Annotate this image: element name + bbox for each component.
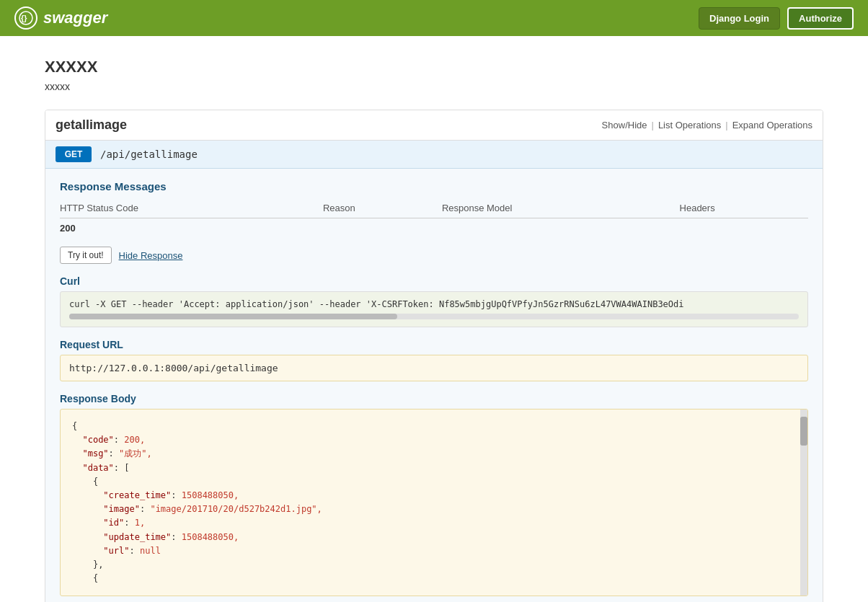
- api-title: XXXXX: [45, 58, 823, 76]
- api-section-links: Show/Hide | List Operations | Expand Ope…: [602, 120, 812, 130]
- list-operations-link[interactable]: List Operations: [658, 120, 721, 130]
- request-url-title: Request URL: [60, 339, 808, 350]
- col-headers: Headers: [680, 200, 808, 218]
- curl-command: curl -X GET --header 'Accept: applicatio…: [69, 299, 799, 309]
- reason-cell: [323, 218, 442, 237]
- response-body-block: { "code": 200, "msg": "成功", "data": [ { …: [60, 409, 808, 596]
- response-body-scrollbar[interactable]: [800, 410, 807, 596]
- response-table: HTTP Status Code Reason Response Model H…: [60, 200, 808, 236]
- show-hide-link[interactable]: Show/Hide: [602, 120, 647, 130]
- request-url-value: http://127.0.0.1:8000/api/getallimage: [60, 355, 808, 381]
- hide-response-button[interactable]: Hide Response: [119, 247, 183, 264]
- swagger-logo-text: swagger: [43, 9, 107, 27]
- django-login-button[interactable]: Django Login: [699, 7, 780, 30]
- response-messages-section: Response Messages HTTP Status Code Reaso…: [60, 180, 808, 264]
- logo: {} swagger: [14, 6, 107, 30]
- action-buttons: Try it out! Hide Response: [60, 247, 808, 264]
- header-buttons: Django Login Authorize: [699, 7, 854, 30]
- response-body-title: Response Body: [60, 393, 808, 404]
- curl-code-block: curl -X GET --header 'Accept: applicatio…: [60, 291, 808, 327]
- expand-operations-link[interactable]: Expand Operations: [732, 120, 812, 130]
- expanded-content: Response Messages HTTP Status Code Reaso…: [45, 169, 823, 602]
- request-url-section: Request URL http://127.0.0.1:8000/api/ge…: [60, 339, 808, 381]
- method-badge: GET: [56, 146, 92, 162]
- swagger-icon: {}: [14, 6, 37, 30]
- api-section-title: getallimage: [56, 118, 127, 133]
- svg-text:{}: {}: [21, 14, 27, 22]
- api-subtitle: xxxxx: [45, 81, 823, 92]
- endpoint-row[interactable]: GET /api/getallimage: [45, 141, 823, 169]
- response-model-cell: [442, 218, 680, 237]
- authorize-button[interactable]: Authorize: [787, 7, 854, 30]
- col-response-model: Response Model: [442, 200, 680, 218]
- try-it-out-button[interactable]: Try it out!: [60, 247, 112, 264]
- api-section: getallimage Show/Hide | List Operations …: [45, 110, 823, 602]
- divider-1: |: [651, 120, 653, 130]
- endpoint-path: /api/getallimage: [100, 149, 198, 160]
- curl-scrollbar-thumb: [69, 314, 397, 319]
- curl-scrollbar[interactable]: [69, 314, 799, 319]
- status-200: 200: [60, 218, 323, 237]
- table-row: 200: [60, 218, 808, 237]
- response-body-section: Response Body { "code": 200, "msg": "成功"…: [60, 393, 808, 596]
- curl-section: Curl curl -X GET --header 'Accept: appli…: [60, 275, 808, 327]
- col-status-code: HTTP Status Code: [60, 200, 323, 218]
- divider-2: |: [725, 120, 727, 130]
- response-messages-title: Response Messages: [60, 180, 808, 192]
- header: {} swagger Django Login Authorize: [0, 0, 868, 36]
- api-section-header: getallimage Show/Hide | List Operations …: [45, 110, 823, 141]
- col-reason: Reason: [323, 200, 442, 218]
- main-content: XXXXX xxxxx getallimage Show/Hide | List…: [16, 36, 852, 602]
- response-body-scrollbar-thumb: [800, 417, 807, 446]
- curl-title: Curl: [60, 275, 808, 287]
- headers-cell: [680, 218, 808, 237]
